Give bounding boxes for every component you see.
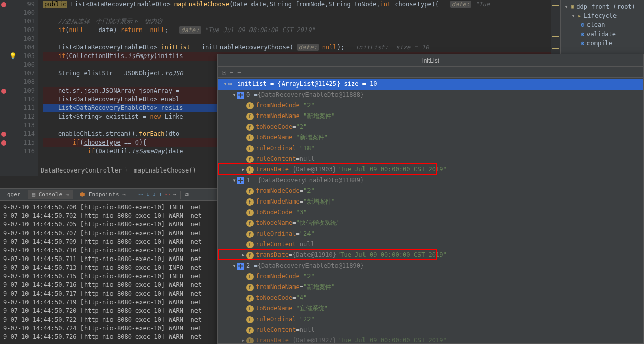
field-icon: f [246,273,254,280]
tree-field[interactable]: fruleContent = null [218,325,643,335]
tab-endpoints[interactable]: ⬢ Endpoints ⇥ [76,190,129,199]
tree-object[interactable]: ▾1 = {DataRecoveryEnableDto@11889} [218,175,643,186]
field-icon: f [246,209,254,216]
line-number[interactable]: 110 [0,95,35,104]
line-number[interactable]: 115 [0,138,35,147]
tree-object[interactable]: ▾2 = {DataRecoveryEnableDto@11890} [218,261,643,271]
line-number[interactable]: 116 [0,147,35,156]
line-number[interactable]: 108 [0,78,35,87]
object-icon [237,177,244,184]
lifecycle-goal[interactable]: ⚙ validate [562,30,643,39]
debug-tree[interactable]: ▾∞initList = {ArrayList@11425} size = 10… [218,78,643,343]
line-number[interactable]: 107 [0,69,35,78]
field-icon: f [246,327,254,334]
tree-object[interactable]: ▾0 = {DataRecoveryEnableDto@11888} [218,90,643,100]
tab-logger[interactable]: gger [3,190,25,199]
copy-icon[interactable]: ⎘ [222,69,226,76]
line-number[interactable]: 99 [0,0,35,9]
pin-icon[interactable]: ⇥ [122,191,126,198]
lifecycle-goal[interactable]: ⚙ clean [562,20,643,30]
breadcrumb-class[interactable]: DataRecoveryController [41,167,122,174]
chevron-right-icon[interactable]: ▸ [240,250,246,261]
tree-field[interactable]: fruleOrdinal = "18" [218,143,643,154]
tree-field[interactable]: ftoNodeCode = "2" [218,122,643,132]
chevron-down-icon[interactable]: ▾ [231,90,237,100]
field-icon: f [246,295,254,302]
maven-panel[interactable]: ▾ ▣ ddp-front (root) ▾ ▸ Lifecycle ⚙ cle… [560,0,644,56]
tree-field[interactable]: ▸ftransDate = {Date@11927} "Tue Jul 09 0… [218,335,643,343]
field-icon: f [246,337,254,344]
breadcrumb-sep: 〉 [125,166,131,175]
tree-field[interactable]: fruleContent = null [218,239,643,250]
tree-field[interactable]: fruleContent = null [218,154,643,164]
lifecycle-goal[interactable]: ⚙ compile [562,39,643,48]
line-number[interactable]: 113 [0,121,35,130]
tree-field[interactable]: ftoNodeName = "快信催收系统" [218,218,643,228]
line-number[interactable]: 111 [0,104,35,112]
step-over-icon[interactable]: ⤻ [138,191,143,198]
chevron-down-icon[interactable]: ▾ [564,3,569,10]
object-icon [237,263,244,270]
chevron-down-icon[interactable]: ▾ [571,12,576,19]
console-icon: ▤ [32,191,36,198]
step-out-icon[interactable]: ↑ [159,191,162,198]
breadcrumb-method[interactable]: mapEnableChoose() [134,167,197,174]
chevron-right-icon[interactable]: ▸ [240,335,246,343]
tree-field[interactable]: fruleOrdinal = "22" [218,314,643,325]
gutter[interactable]: 9910010110210310410510610710810911011111… [0,0,38,176]
breadcrumb[interactable]: DataRecoveryController 〉 mapEnableChoose… [41,165,197,176]
forward-icon[interactable]: → [237,69,241,76]
field-icon: f [246,220,254,227]
gear-icon: ⚙ [581,40,584,47]
back-icon[interactable]: ← [230,69,233,76]
run-to-cursor-icon[interactable]: ⇥ [173,191,177,198]
pin-icon[interactable]: ⇥ [66,191,69,198]
step-into-icon[interactable]: ↓ [146,191,150,198]
popup-toolbar[interactable]: ⎘ ← → [218,67,643,78]
tree-field[interactable]: ftoNodeName = "宜催系统" [218,303,643,314]
field-icon: f [246,145,254,152]
tree-field[interactable]: ftoNodeName = "新增案件" [218,132,643,143]
tree-field[interactable]: ffromNodeName = "新增案件" [218,282,643,293]
line-number[interactable]: 104 [0,43,35,52]
chevron-down-icon[interactable]: ▾ [231,261,237,271]
line-number[interactable]: 102 [0,26,35,35]
line-number[interactable]: 101 [0,17,35,26]
chevron-down-icon[interactable]: ▾ [222,79,228,90]
tree-field[interactable]: ffromNodeCode = "2" [218,271,643,282]
drop-frame-icon[interactable]: ⤺ [165,191,170,198]
folder-icon: ▸ [578,12,581,19]
line-number[interactable]: 103 [0,35,35,43]
chevron-down-icon[interactable]: ▾ [231,175,237,186]
maven-lifecycle[interactable]: ▾ ▸ Lifecycle [562,11,643,20]
gear-icon: ⚙ [581,31,584,38]
debug-popup[interactable]: initList ⎘ ← → ▾∞initList = {ArrayList@1… [217,54,644,344]
tree-field[interactable]: fruleOrdinal = "24" [218,228,643,239]
tree-field[interactable]: ▸ftransDate = {Date@11903} "Tue Jul 09 0… [218,164,643,175]
evaluate-icon[interactable]: ⧉ [185,191,189,198]
field-icon: f [246,134,254,141]
tree-field[interactable]: ffromNodeName = "新增案件" [218,111,643,122]
field-icon: f [246,305,254,312]
force-step-into-icon[interactable]: ⇣ [152,191,156,198]
line-number[interactable]: 114 [0,130,35,138]
tree-field[interactable]: ftoNodeCode = "4" [218,293,643,303]
tree-field[interactable]: ffromNodeCode = "2" [218,100,643,111]
line-number[interactable]: 112 [0,112,35,121]
field-icon: f [246,241,254,248]
field-icon: f [246,156,254,163]
tree-root[interactable]: ▾∞initList = {ArrayList@11425} size = 10 [218,79,643,90]
chevron-right-icon[interactable]: ▸ [240,164,246,175]
tree-field[interactable]: ftoNodeCode = "3" [218,207,643,218]
tree-field[interactable]: ffromNodeCode = "2" [218,186,643,196]
tree-field[interactable]: ffromNodeName = "新增案件" [218,196,643,207]
line-number[interactable]: 100 [0,9,35,17]
line-number[interactable]: 109 [0,87,35,95]
gear-icon: ⚙ [581,21,584,28]
tab-console[interactable]: ▤ Console ⇥ [28,190,73,199]
tree-field[interactable]: ▸ftransDate = {Date@11910} "Tue Jul 09 0… [218,250,643,261]
maven-root[interactable]: ▾ ▣ ddp-front (root) [562,2,643,11]
field-icon: f [246,113,254,120]
line-number[interactable]: 105 [0,52,35,61]
line-number[interactable]: 106 [0,61,35,69]
